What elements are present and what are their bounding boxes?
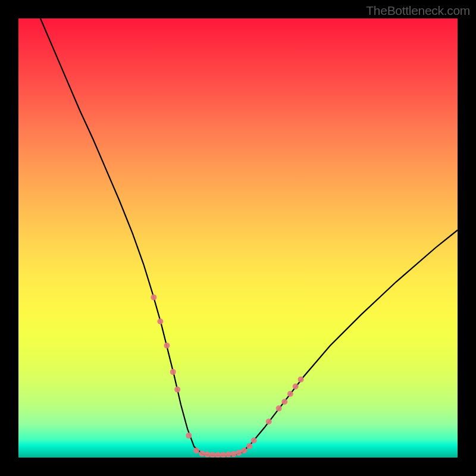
scatter-dot bbox=[246, 443, 252, 449]
scatter-dot bbox=[220, 452, 226, 458]
chart-svg bbox=[18, 18, 458, 458]
scatter-dot bbox=[293, 383, 299, 389]
scatter-dot bbox=[266, 418, 272, 424]
scatter-dot bbox=[174, 387, 180, 393]
scatter-dot bbox=[276, 405, 282, 411]
scatter-dot bbox=[204, 452, 210, 458]
scatter-dot bbox=[287, 391, 293, 397]
scatter-dot bbox=[151, 295, 156, 300]
scatter-dot bbox=[215, 452, 221, 458]
scatter-dot bbox=[157, 318, 163, 324]
scatter-dot bbox=[193, 447, 199, 453]
scatter-dot bbox=[226, 452, 231, 458]
watermark-text: TheBottleneck.com bbox=[366, 4, 470, 18]
scatter-dot bbox=[209, 452, 215, 458]
scatter-dot bbox=[236, 450, 242, 456]
scatter-dot bbox=[281, 399, 287, 405]
bottleneck-curve bbox=[40, 18, 458, 455]
chart-plot-area bbox=[18, 18, 458, 458]
scatter-dot bbox=[241, 447, 247, 453]
scatter-dot bbox=[199, 450, 205, 456]
scatter-dot bbox=[231, 451, 237, 457]
scatter-dot bbox=[170, 369, 176, 375]
scatter-dot bbox=[298, 377, 304, 383]
scatter-dot bbox=[164, 343, 170, 349]
scatter-dot bbox=[186, 433, 192, 439]
scatter-dot bbox=[251, 437, 257, 443]
